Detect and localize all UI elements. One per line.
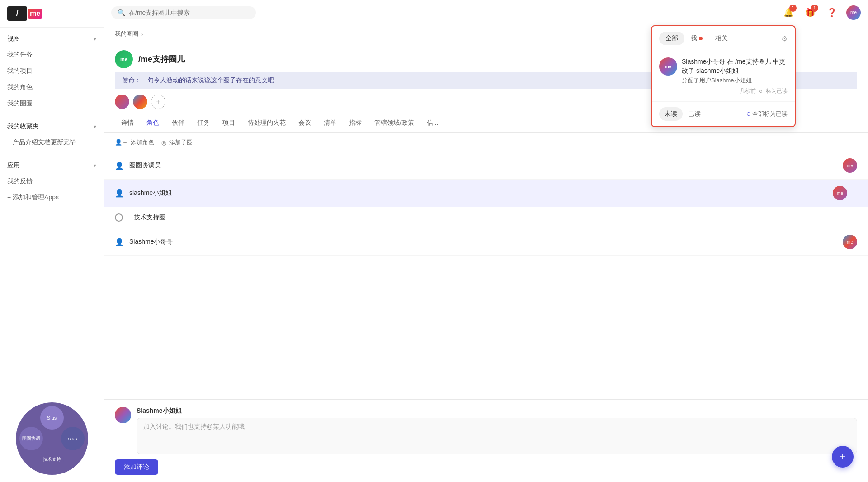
comment-header: Slashme小姐姐 加入讨论。我们也支持@某人功能哦 (115, 407, 857, 454)
circle-tech-support[interactable]: 技术支持 (40, 448, 64, 471)
role-item-slashme-brother[interactable]: 👤 Slashme小哥哥 me (104, 228, 868, 256)
tab-sparks[interactable]: 待处理的火花 (241, 114, 292, 132)
sidebar-item-product-doc[interactable]: 产品介绍文档更新完毕 (0, 134, 104, 151)
user-avatar[interactable]: me (846, 5, 861, 20)
circles-container: Slas 圈圈协调 slas 技术支持 (0, 395, 104, 482)
circle-coordinator[interactable]: 圈圈协调 (19, 427, 43, 450)
comment-input[interactable]: 加入讨论。我们也支持@某人功能哦 (137, 418, 857, 454)
mission-text: 使命：一句令人激动的话来说说这个圈子存在的意义吧 (122, 76, 274, 84)
role-item-slashme[interactable]: 👤 slashme小姐姐 me ⋮ (104, 180, 868, 207)
notif-tab-all-label: 全部 (665, 34, 678, 43)
tab-metrics[interactable]: 指标 (343, 114, 368, 132)
add-subcircle-label: 添加子圈 (169, 138, 193, 146)
notif-settings-icon[interactable]: ⚙ (781, 34, 788, 43)
role-avatar-slashme: me (833, 186, 847, 200)
notif-footer-read[interactable]: 已读 (683, 107, 706, 121)
role-avatar-text-2: me (837, 191, 843, 196)
notif-item-1[interactable]: me Slashme小哥哥 在 /me支持圈儿 中更改了 slashme小姐姐 … (652, 51, 795, 102)
role-name-tech-support: 技术支持圈 (134, 213, 857, 222)
tab-roles[interactable]: 角色 (140, 114, 165, 132)
member-avatar-1 (115, 95, 129, 109)
circle-slas[interactable]: Slas (40, 406, 64, 430)
sidebar-favorites-label: 我的收藏夹 (7, 123, 39, 131)
role-item-coordinator[interactable]: 👤 圈圈协调员 me (104, 152, 868, 180)
add-member-button[interactable]: ＋ (151, 95, 165, 109)
search-box[interactable]: 🔍 (111, 6, 256, 19)
role-right-coordinator: me (843, 158, 857, 173)
sidebar-item-my-projects[interactable]: 我的项目 (0, 63, 104, 79)
tab-partners[interactable]: 伙伴 (165, 114, 191, 132)
sidebar-item-favorites[interactable]: 我的收藏夹 ▾ (0, 119, 104, 134)
breadcrumb-parent[interactable]: 我的圈圈 (115, 30, 138, 38)
notif-tab-me-label: 我 (691, 34, 697, 43)
sidebar-item-my-feedback[interactable]: 我的反馈 (0, 173, 104, 189)
notification-panel: 全部 我 相关 ⚙ me Slashme小哥哥 在 /me支持圈儿 中更改了 s… (651, 25, 796, 127)
role-avatar-text-3: me (847, 240, 853, 245)
role-right-slashme: me ⋮ (833, 186, 857, 200)
notification-bell-button[interactable]: 🔔 1 (781, 5, 796, 20)
sidebar-item-my-tasks[interactable]: 我的任务 (0, 47, 104, 63)
add-role-button[interactable]: 👤＋ 添加角色 (115, 138, 154, 146)
tab-lists[interactable]: 清单 (317, 114, 343, 132)
sidebar-views-label: 视图 (7, 35, 20, 43)
tab-more[interactable]: 信... (420, 114, 445, 132)
role-item-tech-support[interactable]: 技术支持圈 (104, 207, 868, 228)
circle-icon: ◎ (161, 139, 166, 146)
role-avatar-text: me (847, 163, 853, 168)
gift-button[interactable]: 🎁 1 (803, 5, 817, 20)
tab-meetings[interactable]: 会议 (292, 114, 317, 132)
person-icon: 👤 (115, 161, 124, 170)
person-icon-2: 👤 (115, 189, 124, 198)
person-icon-3: 👤 (115, 238, 124, 246)
notif-mark-all-button[interactable]: 全部标为已读 (747, 110, 788, 118)
tab-projects[interactable]: 项目 (216, 114, 241, 132)
search-input[interactable] (129, 9, 237, 16)
circle-name: /me支持圈儿 (138, 54, 185, 65)
topbar: 🔍 🔔 1 🎁 1 ❓ me (104, 0, 868, 25)
notif-meta-1: 几秒前 标为已读 (682, 87, 788, 95)
tab-tasks[interactable]: 任务 (191, 114, 216, 132)
chevron-down-icon: ▾ (94, 36, 96, 42)
role-avatar-coordinator: me (843, 158, 857, 173)
notification-tabs: 全部 我 相关 ⚙ (652, 26, 795, 51)
gift-badge: 1 (811, 5, 818, 12)
main-content: 🔍 🔔 1 🎁 1 ❓ me 我的圈圈 › me (104, 0, 868, 482)
sidebar-item-apps[interactable]: 应用 ▾ (0, 158, 104, 173)
notif-title-1: Slashme小哥哥 在 /me支持圈儿 中更改了 slashme小姐姐 (682, 57, 788, 75)
help-button[interactable]: ❓ (825, 5, 839, 20)
comment-author: Slashme小姐姐 (137, 407, 857, 415)
add-role-label: 添加角色 (131, 138, 154, 146)
notif-me-dot (699, 37, 703, 40)
notif-status[interactable]: 标为已读 (766, 87, 788, 95)
tab-governance[interactable]: 管辖领域/政策 (368, 114, 420, 132)
breadcrumb-separator: › (141, 31, 143, 38)
comment-body: Slashme小姐姐 加入讨论。我们也支持@某人功能哦 (137, 407, 857, 454)
logo-box: / (7, 6, 27, 21)
logo-slash-icon: / (16, 9, 18, 19)
notif-tab-me[interactable]: 我 (684, 32, 709, 45)
sidebar-apps-label: 应用 (7, 161, 20, 170)
more-icon[interactable]: ⋮ (851, 189, 857, 197)
comment-section: Slashme小姐姐 加入讨论。我们也支持@某人功能哦 添加评论 (104, 399, 868, 482)
notif-tab-related[interactable]: 相关 (709, 32, 734, 45)
notif-footer-unread[interactable]: 未读 (659, 107, 683, 121)
notification-badge: 1 (789, 5, 797, 12)
sidebar-item-views[interactable]: 视图 ▾ (0, 31, 104, 47)
add-comment-button[interactable]: 添加评论 (115, 459, 158, 475)
circle-slas-2[interactable]: slas (61, 427, 85, 450)
sidebar-item-my-roles[interactable]: 我的角色 (0, 79, 104, 95)
member-avatar-2 (133, 95, 147, 109)
notification-footer: 未读 已读 全部标为已读 (652, 102, 795, 126)
sidebar-item-my-circles[interactable]: 我的圈圈 (0, 95, 104, 112)
notif-tab-all[interactable]: 全部 (659, 32, 684, 45)
sidebar-section-views: 视图 ▾ 我的任务 我的项目 我的角色 我的圈圈 (0, 28, 104, 115)
sidebar-section-favorites: 我的收藏夹 ▾ 产品介绍文档更新完毕 (0, 115, 104, 154)
help-icon: ❓ (827, 8, 837, 18)
sidebar-item-add-apps[interactable]: + 添加和管理Apps (0, 189, 104, 206)
add-subcircle-button[interactable]: ◎ 添加子圈 (161, 138, 193, 146)
fab-button[interactable]: + (832, 446, 854, 468)
role-actions: 👤＋ 添加角色 ◎ 添加子圈 (104, 133, 868, 152)
tab-details[interactable]: 详情 (115, 114, 140, 132)
circle-avatar-text: me (120, 57, 127, 62)
notif-avatar-1: me (659, 57, 677, 76)
